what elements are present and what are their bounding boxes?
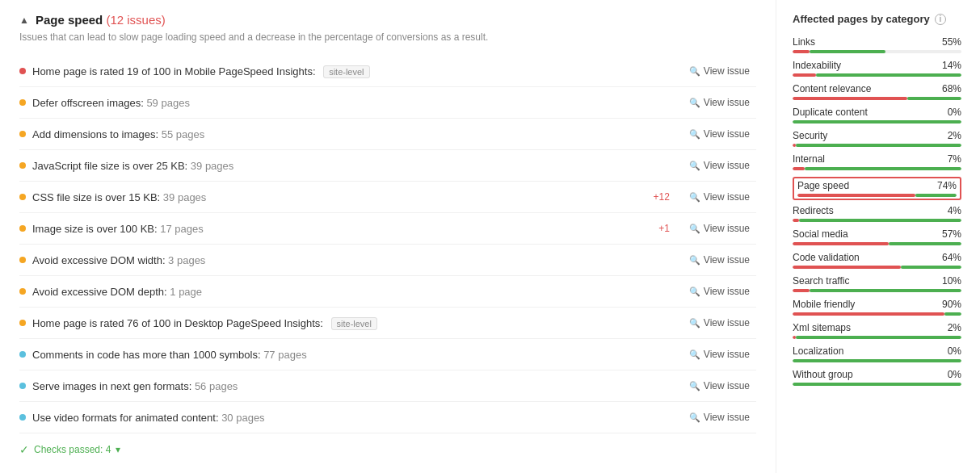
chevron-icon[interactable]: ▲ [19,15,29,26]
bar-green-fill [796,336,961,339]
issue-count: 39 pages [191,160,234,172]
checks-passed-label: Checks passed: 4 [34,444,111,455]
view-issue-button[interactable]: 🔍View issue [683,283,756,300]
bar-green-fill [810,289,961,292]
category-row[interactable]: Localization0% [793,345,961,362]
issue-extra-count: +1 [658,223,670,234]
issue-text: Comments in code has more than 1000 symb… [32,349,676,361]
bar-green-fill [793,359,961,362]
search-icon: 🔍 [689,161,700,171]
bar-green-fill [793,383,961,386]
checks-passed[interactable]: ✓ Checks passed: 4 ▾ [19,443,756,456]
category-bar-track [793,50,961,53]
category-name: Duplicate content [793,107,868,118]
bar-red-fill [793,242,889,245]
search-icon: 🔍 [689,224,700,234]
view-issue-label: View issue [704,286,750,297]
category-row[interactable]: Code validation64% [793,252,961,269]
category-pct: 55% [942,36,961,48]
search-icon: 🔍 [689,287,700,297]
issues-list: Home page is rated 19 of 100 in Mobile P… [19,56,756,433]
section-description: Issues that can lead to slow page loadin… [19,31,756,43]
bar-green-fill [796,144,961,147]
category-row[interactable]: Xml sitemaps2% [793,322,961,339]
issue-text: Avoid excessive DOM depth: 1 page [32,286,676,298]
check-icon: ✓ [19,443,29,456]
category-name: Without group [793,369,853,380]
view-issue-button[interactable]: 🔍View issue [683,251,756,269]
issue-row: Defer offscreen images: 59 pages🔍View is… [19,87,756,119]
search-icon: 🔍 [689,192,700,203]
category-row[interactable]: Content relevance68% [793,83,961,100]
issue-severity-dot [19,131,26,137]
category-name: Internal [793,153,825,165]
view-issue-button[interactable]: 🔍View issue [683,125,756,143]
category-name: Mobile friendly [793,299,855,310]
issue-severity-dot [19,414,26,421]
issue-count: 56 pages [195,380,238,392]
category-row[interactable]: Mobile friendly90% [793,299,961,316]
category-pct: 90% [942,299,961,310]
category-pct: 74% [937,180,957,191]
view-issue-button[interactable]: 🔍View issue [683,314,756,332]
category-row[interactable]: Internal7% [793,153,961,170]
bar-red-fill [793,97,907,100]
view-issue-button[interactable]: 🔍View issue [683,188,756,206]
view-issue-button[interactable]: 🔍View issue [683,94,756,111]
category-row[interactable]: Page speed74% [793,177,961,200]
issue-text: Serve images in next gen formats: 56 pag… [32,380,676,392]
bar-red-fill [793,266,901,269]
category-bar-track [793,336,961,339]
issue-text: Home page is rated 19 of 100 in Mobile P… [32,65,676,77]
issue-row: JavaScript file size is over 25 KB: 39 p… [19,150,756,182]
sidebar-title: Affected pages by category i [793,13,961,25]
issue-row: Serve images in next gen formats: 56 pag… [19,370,756,402]
issue-text: Use video formats for animated content: … [32,412,676,424]
section-header: ▲ Page speed (12 issues) [19,13,756,27]
category-bar-track [793,120,961,123]
view-issue-button[interactable]: 🔍View issue [683,408,756,426]
category-bar-track [793,73,961,77]
dropdown-arrow-icon[interactable]: ▾ [116,444,120,455]
search-icon: 🔍 [689,98,700,108]
bar-red-fill [793,167,805,170]
category-bar-track [793,144,961,147]
issue-row: Home page is rated 19 of 100 in Mobile P… [19,56,756,87]
issue-count: 17 pages [160,223,204,235]
view-issue-label: View issue [704,349,750,360]
view-issue-button[interactable]: 🔍View issue [683,377,756,395]
view-issue-label: View issue [704,160,750,171]
issue-text: Image size is over 100 KB: 17 pages [32,223,652,235]
view-issue-button[interactable]: 🔍View issue [683,345,756,363]
view-issue-button[interactable]: 🔍View issue [683,220,756,237]
category-row[interactable]: Social media57% [793,228,961,245]
issue-row: Avoid excessive DOM width: 3 pages🔍View … [19,245,756,276]
category-pct: 64% [942,252,961,263]
category-row[interactable]: Redirects4% [793,205,961,222]
bar-green-fill [901,266,961,269]
info-icon[interactable]: i [935,14,946,25]
view-issue-button[interactable]: 🔍View issue [683,157,756,174]
issue-row: Add dimensions to images: 55 pages🔍View … [19,119,756,150]
category-row[interactable]: Without group0% [793,369,961,386]
bar-red-fill [793,73,816,77]
category-row[interactable]: Indexability14% [793,60,961,77]
view-issue-button[interactable]: 🔍View issue [683,62,756,80]
category-row[interactable]: Security2% [793,130,961,147]
issue-count: 39 pages [163,191,207,203]
view-issue-label: View issue [704,97,750,108]
issue-text: CSS file size is over 15 KB: 39 pages [32,191,647,203]
category-row[interactable]: Duplicate content0% [793,107,961,123]
category-row[interactable]: Search traffic10% [793,275,961,292]
category-bar-track [793,289,961,292]
main-content: ▲ Page speed (12 issues) Issues that can… [0,0,776,473]
issue-severity-dot [19,320,26,326]
issue-extra-count: +12 [654,191,670,203]
bar-red-fill [793,312,944,316]
category-pct: 7% [948,153,961,165]
category-bar-track [793,219,961,222]
category-pct: 0% [948,107,961,118]
category-pct: 2% [948,322,961,333]
category-pct: 2% [948,130,961,141]
category-row[interactable]: Links55% [793,36,961,53]
